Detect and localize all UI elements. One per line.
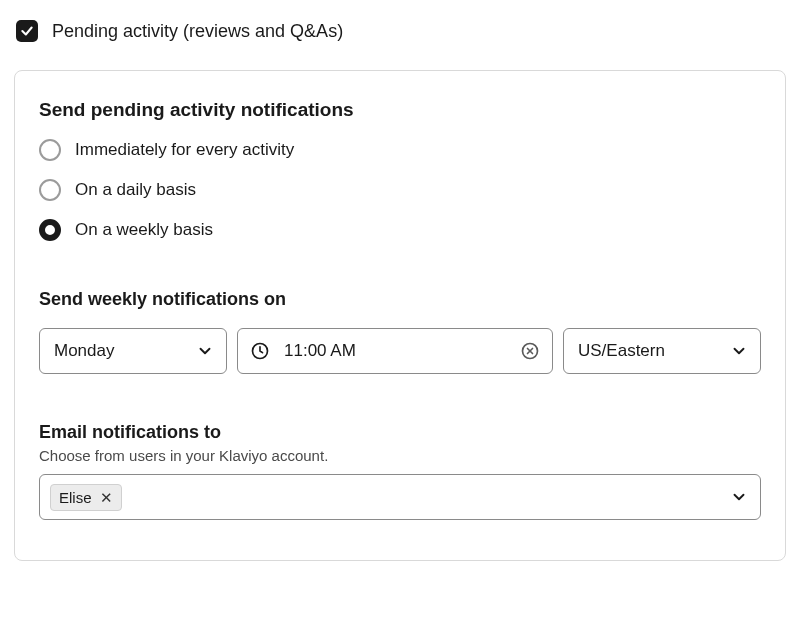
radio-option-weekly[interactable]: On a weekly basis	[39, 219, 761, 241]
radio-label: On a weekly basis	[75, 220, 213, 240]
recipients-multiselect[interactable]: Elise ✕	[39, 474, 761, 520]
pending-activity-label: Pending activity (reviews and Q&As)	[52, 21, 343, 42]
settings-card: Send pending activity notifications Imme…	[14, 70, 786, 561]
check-icon	[20, 24, 34, 38]
day-value: Monday	[54, 341, 114, 361]
radio-option-daily[interactable]: On a daily basis	[39, 179, 761, 201]
clear-time-button[interactable]	[520, 341, 540, 361]
radio-label: Immediately for every activity	[75, 140, 294, 160]
radio-circle	[39, 219, 61, 241]
recipient-tag: Elise ✕	[50, 484, 122, 511]
frequency-radio-group: Immediately for every activity On a dail…	[39, 139, 761, 241]
recipients-helper: Choose from users in your Klaviyo accoun…	[39, 447, 761, 464]
clock-icon	[250, 341, 270, 361]
pending-activity-toggle-row: Pending activity (reviews and Q&As)	[14, 20, 786, 42]
radio-option-immediately[interactable]: Immediately for every activity	[39, 139, 761, 161]
day-select[interactable]: Monday	[39, 328, 227, 374]
radio-circle	[39, 139, 61, 161]
schedule-title: Send weekly notifications on	[39, 289, 761, 310]
recipients-title: Email notifications to	[39, 422, 761, 443]
tag-label: Elise	[59, 489, 92, 506]
chevron-down-icon	[196, 342, 214, 360]
timezone-select[interactable]: US/Eastern	[563, 328, 761, 374]
chevron-down-icon	[730, 488, 748, 506]
radio-circle	[39, 179, 61, 201]
pending-activity-checkbox[interactable]	[16, 20, 38, 42]
frequency-title: Send pending activity notifications	[39, 99, 761, 121]
timezone-value: US/Eastern	[578, 341, 665, 361]
remove-tag-button[interactable]: ✕	[100, 490, 113, 505]
chevron-down-icon	[730, 342, 748, 360]
radio-label: On a daily basis	[75, 180, 196, 200]
schedule-row: Monday 11:00 AM US/Easte	[39, 328, 761, 374]
time-input[interactable]: 11:00 AM	[237, 328, 553, 374]
time-value: 11:00 AM	[284, 341, 506, 361]
